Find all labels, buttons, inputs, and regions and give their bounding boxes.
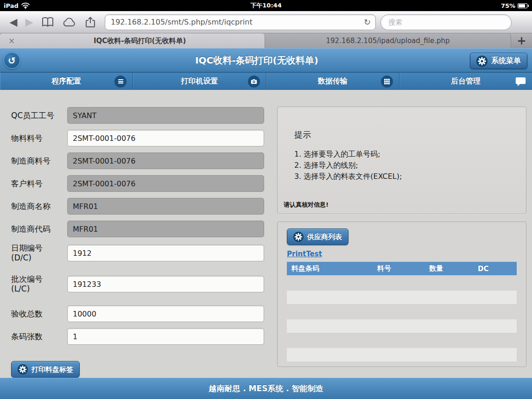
browser-forward-button[interactable]: ▶	[21, 17, 37, 27]
status-bar: iPad 下午10:44 75%	[0, 0, 532, 11]
reel-table-header: 料盘条码 料号 数量 DC	[287, 262, 517, 275]
hint-title: 提示	[294, 129, 519, 140]
field-label: 制造商代码	[11, 224, 63, 234]
field-label: 物料料号	[11, 133, 63, 143]
field-label: 批次编号 (L/C)	[11, 274, 63, 294]
field-label: 条码张数	[11, 332, 63, 342]
nav-item-label: 打印机设置	[181, 76, 218, 86]
page-back-button[interactable]: ↺	[3, 52, 20, 69]
share-icon	[84, 16, 96, 28]
table-empty-row	[287, 291, 517, 304]
cloud-icon	[62, 17, 76, 27]
form-row: 制造商料号	[11, 152, 264, 169]
system-menu-button[interactable]: 系统菜单	[470, 53, 527, 69]
form-row: 制造商代码	[11, 221, 264, 237]
nav-item-printer-settings[interactable]: 打印机设置	[133, 73, 266, 90]
nav-item-backend-admin[interactable]: 后台管理	[399, 73, 532, 90]
column-header-dc: DC	[473, 265, 517, 273]
supplier-list-button[interactable]: 供应商列表	[287, 228, 348, 245]
print-test-link[interactable]: PrintTest	[287, 250, 322, 258]
form-row: 批次编号 (L/C)	[11, 274, 264, 294]
table-empty-row	[287, 319, 517, 333]
gear-icon	[18, 364, 28, 374]
clock: 下午10:44	[0, 1, 532, 10]
form-row: 客户料号	[11, 175, 264, 192]
hamburger-menu-icon: ≡	[114, 76, 127, 88]
tab-bar: × IQC收料-条码打印(无收料单) 192.168.2.105/ipad/up…	[0, 33, 532, 48]
accepted-quantity-field[interactable]	[67, 305, 264, 322]
nav-item-program-config[interactable]: 程序配置 ≡	[0, 73, 133, 90]
manufacturer-code-field	[67, 221, 264, 237]
footer: 越南耐思 . MES系统 . 智能制造	[0, 378, 532, 399]
nav-item-label: 数据传输	[318, 76, 348, 86]
grid-icon	[381, 76, 393, 88]
hint-panel: 提示 1. 选择要导入的工单号码; 2. 选择导入的线别; 3. 选择导入的料表…	[277, 107, 526, 214]
gear-icon	[476, 56, 488, 67]
form-row: 条码张数	[11, 328, 264, 345]
right-column: 提示 1. 选择要导入的工单号码; 2. 选择导入的线别; 3. 选择导入的料表…	[277, 107, 526, 367]
icloud-tabs-button[interactable]	[58, 17, 80, 27]
supplier-panel: 供应商列表 PrintTest 料盘条码 料号 数量 DC	[277, 222, 526, 367]
column-header-reel-barcode: 料盘条码	[287, 264, 373, 273]
lot-code-field[interactable]	[67, 276, 264, 292]
share-button[interactable]	[80, 16, 101, 28]
hint-line: 2. 选择导入的线别;	[294, 160, 519, 171]
main-content: QC员工工号 物料料号 制造商料号 客户料号 制造商名称 制造商代码 日期编号 …	[0, 90, 532, 378]
form-row: 验收总数	[11, 305, 264, 322]
barcode-count-field[interactable]	[67, 328, 264, 345]
print-reel-label-button[interactable]: 打印料盘标签	[11, 361, 80, 378]
tab-title: IQC收料-条码打印(无收料单)	[15, 37, 265, 45]
nav-item-label: 后台管理	[451, 76, 481, 86]
system-menu-label: 系统菜单	[491, 56, 521, 66]
print-reel-label-text: 打印料盘标签	[32, 365, 73, 374]
camera-icon	[248, 76, 260, 88]
url-input[interactable]	[111, 18, 363, 26]
page-title: IQC收料-条码打印(无收料单)	[56, 49, 458, 72]
date-code-field[interactable]	[67, 245, 264, 261]
form-row: QC员工工号	[11, 107, 264, 124]
column-header-quantity: 数量	[424, 264, 473, 273]
bookmarks-button[interactable]	[37, 17, 58, 28]
manufacturer-part-number-field	[67, 152, 264, 169]
nav-bar: 程序配置 ≡ 打印机设置 数据传输 后台管理	[0, 73, 532, 90]
iqc-form: QC员工工号 物料料号 制造商料号 客户料号 制造商名称 制造商代码 日期编号 …	[11, 107, 264, 378]
tab-upload-file[interactable]: 192.168.2.105/ipad/upload_file.php	[265, 33, 511, 48]
tab-iqc-print[interactable]: × IQC收料-条码打印(无收料单)	[0, 33, 265, 48]
refresh-icon[interactable]: ↻	[363, 17, 372, 27]
field-label: 客户料号	[11, 179, 63, 189]
manufacturer-name-field	[67, 198, 264, 215]
column-header-part-number: 料号	[373, 264, 424, 273]
gear-icon	[293, 232, 304, 242]
browser-toolbar: ◀ ▶ ↻	[0, 11, 532, 33]
nav-item-data-transfer[interactable]: 数据传输	[266, 73, 399, 90]
search-input[interactable]	[380, 14, 512, 30]
field-label: 日期编号 (D/C)	[11, 243, 63, 263]
book-icon	[41, 17, 54, 28]
form-row: 日期编号 (D/C)	[11, 243, 264, 263]
hint-note: 请认真核对信息!	[284, 201, 329, 209]
tab-title: 192.168.2.105/ipad/upload_file.php	[265, 37, 511, 45]
hint-line: 3. 选择导入的料表文件(EXCEL);	[294, 171, 519, 182]
footer-text: 越南耐思 . MES系统 . 智能制造	[209, 383, 323, 394]
form-row: 制造商名称	[11, 198, 264, 215]
url-bar[interactable]: ↻	[105, 14, 376, 30]
browser-back-button[interactable]: ◀	[6, 17, 21, 27]
qc-employee-id-field	[67, 107, 264, 124]
page-header: ↺ IQC收料-条码打印(无收料单) 系统菜单	[0, 48, 532, 73]
field-label: QC员工工号	[11, 111, 63, 120]
close-tab-icon[interactable]: ×	[0, 37, 15, 45]
customer-part-number-field	[67, 175, 264, 192]
form-row: 物料料号	[11, 130, 264, 146]
hint-line: 1. 选择要导入的工单号码;	[294, 149, 519, 160]
material-part-number-field[interactable]	[67, 130, 264, 146]
field-label: 验收总数	[11, 309, 63, 319]
table-empty-row	[287, 348, 517, 361]
new-tab-button[interactable]: +	[511, 33, 532, 48]
field-label: 制造商名称	[11, 202, 63, 211]
battery-icon	[518, 3, 527, 8]
chat-bubble-icon	[515, 76, 526, 86]
supplier-list-text: 供应商列表	[307, 233, 342, 241]
nav-item-label: 程序配置	[51, 76, 81, 86]
field-label: 制造商料号	[11, 156, 63, 166]
